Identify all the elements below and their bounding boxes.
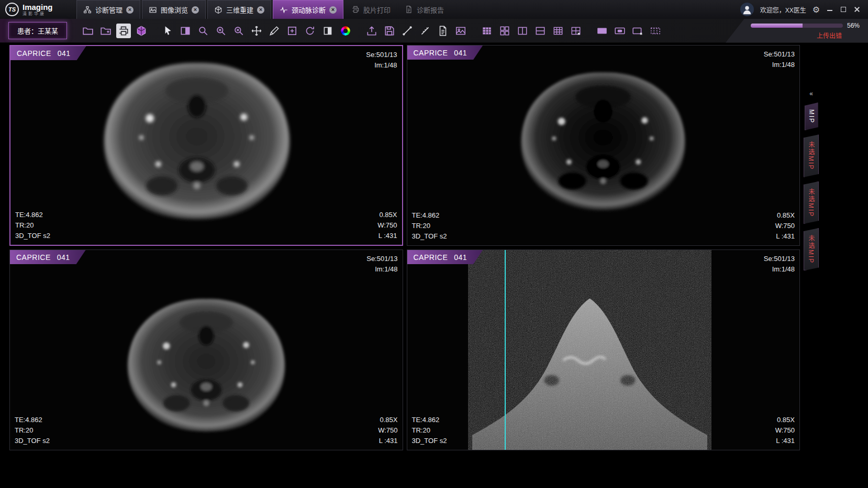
viewport-grid: CAPRICE 041 Se:501/13Im:1/48 TE:4.862TR:… <box>9 45 800 450</box>
tool-buttons <box>81 24 663 38</box>
tool-open-folder[interactable] <box>81 24 95 38</box>
tool-zoom[interactable] <box>196 24 210 38</box>
series-tag[interactable]: CAPRICE 041 <box>407 250 483 264</box>
tool-report-doc[interactable] <box>436 24 450 38</box>
viewer-area: CAPRICE 041 Se:501/13Im:1/48 TE:4.862TR:… <box>0 43 868 488</box>
tool-save[interactable] <box>382 24 397 38</box>
tool-split-vertical[interactable] <box>515 24 530 38</box>
print-icon <box>118 25 129 37</box>
user-avatar[interactable] <box>740 3 754 16</box>
side-tab-unselected-mip-3[interactable]: 未选MIP <box>804 228 819 270</box>
settings-gear-icon[interactable] <box>813 5 820 15</box>
grid-remove-icon <box>570 25 582 37</box>
rotate-icon <box>304 25 316 37</box>
tool-new-folder[interactable] <box>98 24 113 38</box>
tool-layout-remove[interactable] <box>630 24 645 38</box>
tool-layout-invert[interactable] <box>178 24 193 38</box>
tool-layout-single[interactable] <box>595 24 609 38</box>
series-tag[interactable]: CAPRICE 041 <box>10 250 86 264</box>
acquisition-info: TE:4.862TR:203D_TOF s2 <box>15 210 50 241</box>
tab-label: 图像浏览 <box>161 5 188 15</box>
tool-color-wheel[interactable] <box>338 24 353 38</box>
cube-icon <box>214 6 222 14</box>
side-tab-unselected-mip-2[interactable]: 未选MIP <box>804 181 819 224</box>
pan-arrows-icon <box>251 25 262 37</box>
tool-measure-line[interactable] <box>400 24 415 38</box>
image-icon <box>149 6 157 14</box>
viewport-top-left[interactable]: CAPRICE 041 Se:501/13Im:1/48 TE:4.862TR:… <box>9 45 403 246</box>
progress-fill <box>751 24 803 28</box>
measure-line-icon <box>402 25 413 37</box>
tool-measure-ruler[interactable] <box>418 24 432 38</box>
tool-layout-dashed[interactable] <box>648 24 663 38</box>
tab-close-icon[interactable] <box>329 6 337 14</box>
layout-dashed-icon <box>650 25 661 37</box>
patient-selector[interactable]: 患者：王某某 <box>8 22 67 39</box>
tool-volume-3d[interactable] <box>134 24 149 38</box>
viewport-bottom-right[interactable]: CAPRICE 041 Se:501/13Im:1/48 TE:4.862TR:… <box>407 249 800 450</box>
maximize-button[interactable] <box>840 6 847 13</box>
tool-zoom-out[interactable] <box>231 24 246 38</box>
layout-remove-icon <box>632 25 643 37</box>
acquisition-info: TE:4.862TR:203D_TOF s2 <box>412 415 447 446</box>
pencil-icon <box>269 25 280 37</box>
tool-layout-inner[interactable] <box>613 24 627 38</box>
tool-grid-nine[interactable] <box>551 24 565 38</box>
tool-grid-table[interactable] <box>480 24 494 38</box>
tab-3d-rebuild[interactable]: 三维重建 <box>207 0 271 19</box>
tab-diagnosis-report: 诊断报告 <box>398 0 450 19</box>
collapse-arrow-icon[interactable]: « <box>809 90 813 97</box>
series-info: Se:501/13Im:1/48 <box>366 254 397 275</box>
series-info: Se:501/13Im:1/48 <box>764 49 795 70</box>
mri-slice-image <box>40 46 354 245</box>
tool-image-export[interactable] <box>453 24 468 38</box>
tab-close-icon[interactable] <box>257 6 264 14</box>
image-export-icon <box>455 25 466 37</box>
report-doc-icon <box>437 25 449 37</box>
tab-carotid-diagnosis[interactable]: 颈动脉诊断 <box>273 0 343 19</box>
color-wheel-icon <box>341 26 350 36</box>
save-icon <box>384 25 395 37</box>
side-tab-unselected-mip-1[interactable]: 未选MIP <box>804 134 819 177</box>
upload-error-text[interactable]: 上传出错 <box>751 31 860 40</box>
viewport-top-right[interactable]: CAPRICE 041 Se:501/13Im:1/48 TE:4.862TR:… <box>407 45 800 246</box>
series-tag[interactable]: CAPRICE 041 <box>10 46 86 60</box>
grid-nine-icon <box>552 25 564 37</box>
tool-zoom-in[interactable] <box>214 24 228 38</box>
tab-close-icon[interactable] <box>126 6 133 14</box>
right-tab-strip: « MIP 未选MIP 未选MIP 未选MIP <box>804 90 819 270</box>
display-info: 0.85XW:750L :431 <box>775 415 795 446</box>
tool-roi-add[interactable] <box>285 24 299 38</box>
minimize-button[interactable] <box>826 6 833 13</box>
tool-split-horizontal[interactable] <box>533 24 548 38</box>
roi-add-icon <box>286 25 298 37</box>
tool-pan[interactable] <box>249 24 264 38</box>
tool-draw[interactable] <box>267 24 282 38</box>
reference-scan-line[interactable] <box>505 250 506 450</box>
brand-subtitle: 清影华康 <box>23 12 53 16</box>
tool-export[interactable] <box>364 24 379 38</box>
tab-close-icon[interactable] <box>192 6 199 14</box>
viewport-bottom-left[interactable]: CAPRICE 041 Se:501/13Im:1/48 TE:4.862TR:… <box>9 249 403 450</box>
tab-image-browse[interactable]: 图像浏览 <box>142 0 206 19</box>
tool-print[interactable] <box>116 24 131 38</box>
progress-percent: 56% <box>847 22 860 29</box>
series-tag[interactable]: CAPRICE 041 <box>407 46 483 60</box>
tool-grid-quad[interactable] <box>497 24 512 38</box>
series-number: 041 <box>57 253 70 262</box>
close-button[interactable] <box>853 6 861 13</box>
tool-grid-remove[interactable] <box>569 24 583 38</box>
tab-label: 胶片打印 <box>363 5 391 15</box>
tab-diagnosis-manage[interactable]: 诊断管理 <box>76 0 140 19</box>
series-number: 041 <box>58 49 71 58</box>
logo-icon: TS <box>5 3 19 16</box>
magnifier-icon <box>197 25 209 37</box>
tool-rotate[interactable] <box>303 24 317 38</box>
series-number: 041 <box>454 49 467 57</box>
tool-cursor[interactable] <box>160 24 175 38</box>
tool-invert-bw[interactable] <box>320 24 335 38</box>
upload-icon <box>366 25 377 37</box>
device-name: CAPRICE <box>414 253 448 262</box>
user-area: 欢迎您，XX医生 <box>740 0 868 19</box>
side-tab-mip[interactable]: MIP <box>805 103 818 130</box>
